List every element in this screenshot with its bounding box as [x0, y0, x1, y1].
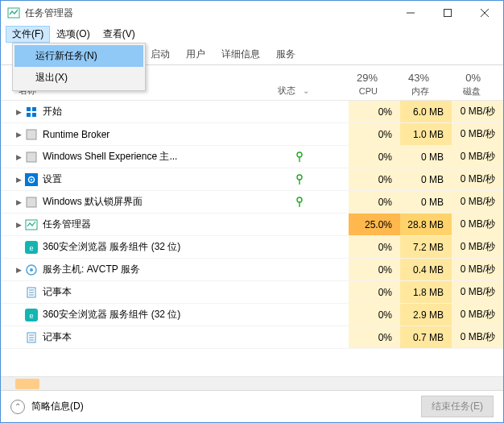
- svg-rect-9: [27, 130, 36, 139]
- mem-cell: 7.2 MB: [400, 236, 452, 258]
- toggle-details[interactable]: 简略信息(D): [31, 400, 84, 413]
- process-icon: [25, 218, 38, 231]
- horizontal-scrollbar[interactable]: [1, 376, 503, 390]
- cpu-cell: 0%: [349, 101, 400, 122]
- process-icon: [25, 173, 38, 186]
- cpu-cell: 0%: [349, 123, 400, 145]
- table-row[interactable]: ▶Windows Shell Experience 主...0%0 MB0 MB…: [1, 146, 503, 168]
- menu-file[interactable]: 文件(F): [6, 26, 50, 43]
- disk-cell: 0 MB/秒: [452, 168, 503, 190]
- mem-cell: 0 MB: [400, 191, 452, 213]
- process-icon: [25, 128, 38, 141]
- tab-services[interactable]: 服务: [268, 44, 304, 64]
- cpu-cell: 0%: [349, 191, 400, 213]
- cpu-cell: 0%: [349, 326, 400, 348]
- process-icon: [25, 263, 38, 276]
- cpu-cell: 0%: [349, 146, 400, 168]
- tab-users[interactable]: 用户: [178, 44, 213, 64]
- menu-options[interactable]: 选项(O): [50, 26, 96, 43]
- col-cpu[interactable]: 29%CPU: [334, 72, 386, 100]
- process-name: 任务管理器: [43, 218, 292, 231]
- expand-icon[interactable]: ▶: [14, 176, 23, 184]
- mem-cell: 0 MB: [400, 146, 452, 168]
- window-title: 任务管理器: [25, 6, 73, 20]
- disk-cell: 0 MB/秒: [452, 326, 503, 348]
- table-row[interactable]: ▶Runtime Broker0%1.0 MB0 MB/秒: [1, 123, 503, 146]
- table-row[interactable]: ▶Windows 默认锁屏界面0%0 MB0 MB/秒: [1, 191, 503, 214]
- process-name: Windows 默认锁屏界面: [43, 195, 292, 209]
- process-name: 360安全浏览器 服务组件 (32 位): [43, 240, 292, 254]
- menu-view[interactable]: 查看(V): [97, 26, 142, 43]
- leaf-icon: [292, 174, 307, 185]
- tab-startup[interactable]: 启动: [143, 44, 178, 64]
- menu-exit[interactable]: 退出(X): [14, 67, 143, 89]
- cpu-cell: 0%: [349, 236, 400, 258]
- table-row[interactable]: ▶开始0%6.0 MB0 MB/秒: [1, 101, 503, 123]
- process-name: Windows Shell Experience 主...: [43, 150, 292, 164]
- process-table: 名称 ⌄ 状态 29%CPU 43%内存 0%磁盘 ▶开始0%6.0 MB0 M…: [1, 65, 503, 390]
- col-memory[interactable]: 43%内存: [386, 72, 437, 100]
- mem-cell: 0.4 MB: [400, 259, 452, 280]
- close-button[interactable]: [466, 1, 503, 25]
- table-row[interactable]: 记事本0%1.8 MB0 MB/秒: [1, 281, 503, 304]
- table-row[interactable]: e360安全浏览器 服务组件 (32 位)0%2.9 MB0 MB/秒: [1, 304, 503, 326]
- process-name: 360安全浏览器 服务组件 (32 位): [43, 308, 292, 321]
- svg-point-16: [297, 175, 302, 180]
- mem-cell: 6.0 MB: [400, 101, 452, 122]
- svg-text:e: e: [29, 244, 33, 252]
- svg-rect-18: [27, 197, 36, 207]
- svg-point-25: [30, 268, 33, 272]
- process-name: 服务主机: AVCTP 服务: [43, 263, 292, 276]
- tab-details[interactable]: 详细信息: [213, 44, 268, 64]
- svg-point-11: [297, 152, 302, 157]
- cpu-cell: 0%: [349, 304, 400, 326]
- file-dropdown: 运行新任务(N) 退出(X): [12, 43, 146, 91]
- end-task-button[interactable]: 结束任务(E): [421, 396, 494, 417]
- svg-rect-2: [444, 10, 452, 17]
- mem-cell: 2.9 MB: [400, 304, 452, 326]
- cpu-cell: 0%: [349, 259, 400, 280]
- process-name: 设置: [43, 172, 292, 186]
- svg-rect-7: [27, 113, 31, 117]
- table-row[interactable]: ▶任务管理器25.0%28.8 MB0 MB/秒: [1, 214, 503, 236]
- process-name: 记事本: [43, 285, 292, 299]
- process-icon: [25, 331, 38, 344]
- expand-icon[interactable]: ▶: [14, 108, 23, 116]
- process-name: Runtime Broker: [43, 129, 292, 140]
- cpu-cell: 0%: [349, 168, 400, 190]
- minimize-button[interactable]: [392, 1, 429, 25]
- expand-icon[interactable]: ▶: [14, 198, 23, 206]
- process-icon: [25, 106, 38, 118]
- svg-text:e: e: [29, 312, 33, 320]
- table-row[interactable]: 记事本0%0.7 MB0 MB/秒: [1, 326, 503, 349]
- expand-icon[interactable]: ▶: [14, 131, 23, 139]
- mem-cell: 0.7 MB: [400, 326, 452, 348]
- process-icon: e: [25, 241, 38, 254]
- leaf-icon: [292, 151, 307, 163]
- mem-cell: 28.8 MB: [400, 214, 452, 235]
- maximize-button[interactable]: [429, 1, 466, 25]
- collapse-icon[interactable]: ⌃: [10, 400, 25, 414]
- process-name: 记事本: [43, 330, 292, 344]
- expand-icon[interactable]: ▶: [14, 266, 23, 274]
- process-icon: [25, 286, 38, 299]
- svg-point-15: [31, 178, 32, 180]
- disk-cell: 0 MB/秒: [452, 236, 503, 258]
- disk-cell: 0 MB/秒: [452, 304, 503, 326]
- svg-rect-10: [27, 152, 36, 162]
- expand-icon[interactable]: ▶: [14, 221, 23, 229]
- process-icon: [25, 196, 38, 209]
- menubar: 文件(F) 选项(O) 查看(V): [1, 25, 503, 43]
- table-body[interactable]: ▶开始0%6.0 MB0 MB/秒▶Runtime Broker0%1.0 MB…: [1, 101, 503, 376]
- svg-point-19: [297, 197, 302, 202]
- col-disk[interactable]: 0%磁盘: [437, 72, 489, 100]
- menu-run-new-task[interactable]: 运行新任务(N): [14, 45, 143, 67]
- table-row[interactable]: ▶设置0%0 MB0 MB/秒: [1, 168, 503, 191]
- expand-icon[interactable]: ▶: [14, 153, 23, 161]
- col-status[interactable]: ⌄ 状态: [278, 85, 334, 100]
- disk-cell: 0 MB/秒: [452, 259, 503, 280]
- titlebar[interactable]: 任务管理器: [1, 1, 503, 25]
- table-row[interactable]: e360安全浏览器 服务组件 (32 位)0%7.2 MB0 MB/秒: [1, 236, 503, 259]
- sort-indicator-icon: ⌄: [303, 86, 309, 95]
- table-row[interactable]: ▶服务主机: AVCTP 服务0%0.4 MB0 MB/秒: [1, 259, 503, 281]
